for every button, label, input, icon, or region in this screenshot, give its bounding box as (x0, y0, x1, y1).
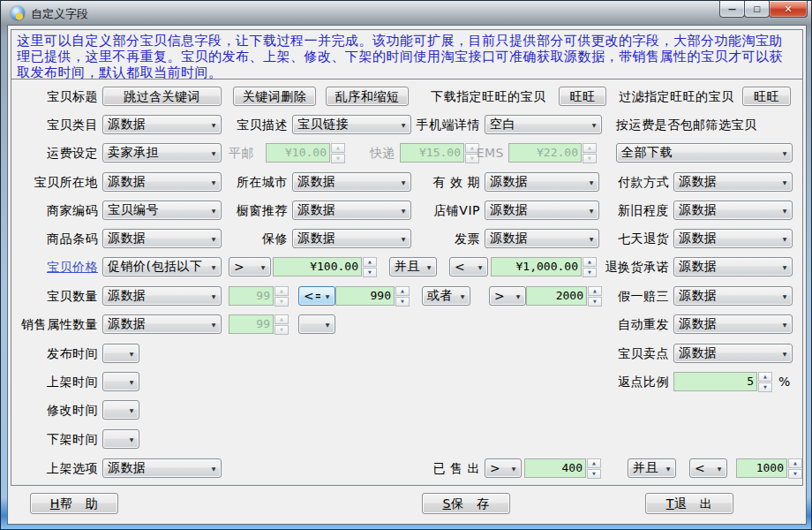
modify-time-dropdown[interactable]: ▼ (102, 400, 139, 420)
spin-up-icon: ▲ (274, 286, 289, 296)
minimize-icon: — (728, 5, 736, 13)
baobei-desc-dropdown[interactable]: 宝贝链接▼ (292, 115, 411, 134)
price-join-dropdown[interactable]: 并且▼ (389, 257, 437, 276)
spinner-value[interactable]: 990 (335, 286, 395, 306)
sold-op1-dropdown[interactable]: >▼ (485, 458, 522, 478)
sold-v2-spinner: 1000▲▼ (736, 458, 802, 478)
label-express: 快递 (342, 143, 395, 163)
price-link[interactable]: 宝贝价格 (19, 257, 98, 276)
spinner-value[interactable]: 2000 (526, 286, 587, 306)
sell-point-dropdown[interactable]: 源数据▼ (673, 344, 793, 363)
spinner-buttons: ▲▼ (587, 458, 601, 478)
shelf-time-dropdown[interactable]: ▼ (102, 372, 139, 391)
label-ems: EMS (453, 143, 504, 163)
label-fake-one-pay-three: 假一赔三 (590, 286, 669, 306)
download-scope-dropdown[interactable]: 全部下载▼ (616, 143, 793, 163)
mobile-detail-dropdown[interactable]: 空白▼ (485, 115, 602, 134)
barcode-dropdown[interactable]: 源数据▼ (102, 229, 222, 248)
payment-dropdown[interactable]: 源数据▼ (673, 172, 793, 192)
invoice-dropdown[interactable]: 源数据▼ (485, 229, 599, 248)
spin-up-icon[interactable]: ▲ (363, 257, 377, 267)
quantity-join-dropdown[interactable]: 或者▼ (422, 286, 470, 306)
spinner-value[interactable]: 400 (524, 458, 586, 478)
spin-down-icon[interactable]: ▼ (788, 469, 802, 479)
keyword-delete-button[interactable]: 关键词删除 (233, 87, 316, 106)
minimize-button[interactable]: — (719, 1, 745, 18)
window-rec-dropdown[interactable]: 源数据▼ (292, 201, 411, 220)
sold-join-dropdown[interactable]: 并且▼ (628, 458, 676, 478)
city-dropdown[interactable]: 源数据▼ (292, 172, 411, 192)
quantity-source-dropdown[interactable]: 源数据▼ (102, 286, 222, 306)
return-promise-dropdown[interactable]: 源数据▼ (673, 257, 793, 276)
seller-code-dropdown[interactable]: 宝贝编号▼ (102, 201, 222, 220)
save-button[interactable]: S保 存 (422, 493, 510, 514)
condition-dropdown[interactable]: 源数据▼ (673, 201, 793, 220)
spin-down-icon[interactable]: ▼ (395, 297, 410, 307)
chevron-down-icon: ▼ (661, 466, 675, 472)
exit-button[interactable]: T退 出 (645, 493, 733, 514)
spinner-value[interactable]: ¥100.00 (273, 257, 362, 276)
spin-down-icon[interactable]: ▼ (587, 469, 601, 479)
spinner-value[interactable]: 5 (673, 372, 757, 391)
spin-down-icon[interactable]: ▼ (758, 382, 772, 392)
help-button[interactable]: H帮 助 (30, 493, 118, 514)
spinner-value: ¥22.00 (508, 143, 582, 163)
quantity-op1-dropdown[interactable]: <=▼ (298, 286, 335, 306)
spinner-value: 99 (229, 314, 274, 334)
chevron-down-icon: ▼ (207, 264, 221, 270)
price-type-dropdown[interactable]: 促销价(包括以下▼ (102, 257, 222, 276)
seven-day-return-dropdown[interactable]: 源数据▼ (673, 229, 793, 248)
close-button[interactable]: ✕ (769, 1, 808, 18)
validity-dropdown[interactable]: 源数据▼ (485, 172, 599, 192)
dropdown-value: 促销价(包括以下 (103, 259, 207, 275)
chevron-down-icon: ▼ (124, 351, 139, 357)
label-category: 宝贝类目 (19, 115, 98, 134)
dropdown-value: 源数据 (103, 174, 207, 190)
spin-up-icon[interactable]: ▲ (587, 458, 601, 468)
price-op2-dropdown[interactable]: <▼ (449, 257, 488, 276)
chevron-down-icon: ▼ (587, 122, 601, 128)
label-validity: 有 效 期 (401, 172, 480, 192)
shelf-option-dropdown[interactable]: 源数据▼ (102, 458, 222, 478)
sales-attr-op-dropdown[interactable]: ▼ (298, 314, 335, 334)
label-percent: % (778, 372, 791, 391)
offshelf-time-dropdown[interactable]: ▼ (102, 429, 139, 449)
category-dropdown[interactable]: 源数据▼ (102, 115, 222, 134)
label-city: 所在城市 (208, 172, 288, 192)
spin-down-icon[interactable]: ▼ (363, 268, 377, 277)
dropdown-value: 源数据 (485, 174, 584, 190)
spinner-buttons: ▲▼ (363, 257, 377, 276)
spin-up-icon[interactable]: ▲ (758, 372, 772, 382)
spinner-value[interactable]: ¥1,000.00 (491, 257, 582, 276)
shuffle-shorten-button[interactable]: 乱序和缩短 (326, 87, 409, 106)
ems-spinner: ¥22.00▲▼ (508, 143, 597, 163)
spinner-value: 99 (229, 286, 274, 306)
publish-time-dropdown[interactable]: ▼ (102, 344, 139, 363)
skip-keyword-button[interactable]: 跳过含关键词 (102, 87, 222, 106)
wangwang-download-button[interactable]: 旺旺 (559, 87, 606, 106)
wangwang-filter-button[interactable]: 旺旺 (742, 87, 791, 106)
fake-one-pay-three-dropdown[interactable]: 源数据▼ (673, 286, 793, 306)
price-op1-dropdown[interactable]: >▼ (229, 257, 271, 276)
maximize-button[interactable]: □ (744, 1, 770, 18)
shop-vip-dropdown[interactable]: 源数据▼ (485, 201, 599, 220)
sold-op2-dropdown[interactable]: <▼ (689, 458, 727, 478)
dropdown-value: < (450, 260, 473, 274)
label-offshelf-time: 下架时间 (19, 429, 98, 449)
location-dropdown[interactable]: 源数据▼ (102, 172, 222, 192)
sales-attr-source-dropdown[interactable]: 源数据▼ (102, 314, 222, 334)
spin-up-icon[interactable]: ▲ (395, 286, 410, 296)
dropdown-value: <= (299, 289, 320, 303)
dropdown-value: 源数据 (674, 345, 778, 361)
dropdown-value: 源数据 (103, 117, 207, 132)
label-publish-time: 发布时间 (19, 344, 98, 363)
auto-resend-dropdown[interactable]: 源数据▼ (673, 314, 793, 334)
spin-up-icon[interactable]: ▲ (788, 458, 802, 468)
label-return-promise: 退换货承诺 (590, 257, 669, 276)
warranty-dropdown[interactable]: 源数据▼ (292, 229, 411, 248)
quantity-op2-dropdown[interactable]: >▼ (489, 286, 526, 306)
dropdown-value: 源数据 (103, 231, 207, 246)
spinner-value[interactable]: 1000 (736, 458, 787, 478)
chevron-down-icon: ▼ (507, 466, 521, 472)
label-condition: 新旧程度 (590, 201, 669, 220)
